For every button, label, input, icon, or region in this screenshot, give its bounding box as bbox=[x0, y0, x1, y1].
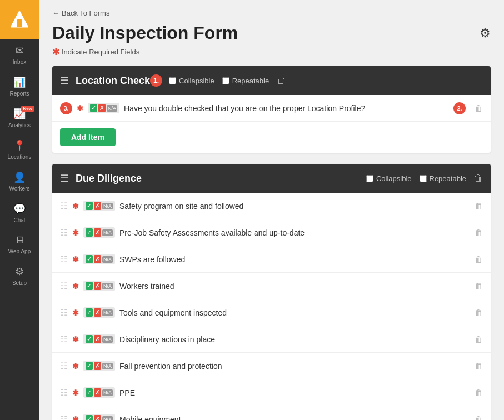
item-text: Disciplinary actions in place bbox=[119, 335, 470, 344]
drag-handle-icon[interactable]: ☷ bbox=[60, 387, 68, 398]
item-delete-icon[interactable]: 🗑 bbox=[475, 228, 483, 237]
svg-rect-1 bbox=[17, 19, 22, 27]
item-text: PPE bbox=[119, 388, 470, 397]
drag-handle-icon[interactable]: ☷ bbox=[60, 201, 68, 211]
x-icon: ✗ bbox=[94, 335, 101, 343]
drag-handle-icon[interactable]: ☷ bbox=[60, 361, 68, 371]
drag-handle-icon[interactable]: ☰ bbox=[60, 172, 69, 184]
item-delete-icon[interactable]: 🗑 bbox=[475, 308, 483, 317]
x-icon: ✗ bbox=[98, 104, 106, 112]
add-item-button[interactable]: Add Item bbox=[60, 128, 116, 146]
inbox-icon: ✉ bbox=[16, 44, 24, 57]
na-icon: N/A bbox=[102, 309, 113, 316]
checkmark-icon: ✓ bbox=[86, 308, 93, 317]
table-row: ☷ ✱ ✓ ✗ N/A SWPs are followed 🗑 bbox=[52, 246, 491, 273]
na-icon: N/A bbox=[102, 363, 113, 369]
sidebar-item-chat[interactable]: 💬 Chat bbox=[0, 197, 39, 229]
na-icon: N/A bbox=[102, 416, 113, 421]
item-type-icons: ✓ ✗ N/A bbox=[83, 334, 115, 344]
item-delete-icon[interactable]: 🗑 bbox=[475, 388, 483, 397]
na-icon: N/A bbox=[102, 389, 113, 396]
repeatable-checkbox-label[interactable]: Repeatable bbox=[222, 77, 270, 85]
section-controls: Collapsible Repeatable 🗑 bbox=[366, 173, 483, 183]
checkmark-icon: ✓ bbox=[86, 335, 93, 343]
settings-icon[interactable]: ⚙ bbox=[480, 26, 491, 41]
section-header-due-diligence: ☰ Due Diligence Collapsible Repeatable 🗑 bbox=[52, 164, 491, 193]
checkmark-icon: ✓ bbox=[90, 104, 97, 112]
repeatable-checkbox[interactable] bbox=[222, 77, 229, 84]
sidebar-item-setup[interactable]: ⚙ Setup bbox=[0, 260, 39, 292]
na-icon: N/A bbox=[102, 203, 113, 209]
required-icon: ✱ bbox=[72, 308, 79, 317]
na-icon: N/A bbox=[102, 229, 113, 236]
item-delete-icon[interactable]: 🗑 bbox=[475, 254, 483, 264]
section-title: Location Check bbox=[76, 75, 150, 87]
item-text: Fall prevention and protection bbox=[119, 362, 470, 371]
app-logo[interactable] bbox=[0, 0, 39, 39]
sidebar-item-locations[interactable]: 📍 Locations bbox=[0, 134, 39, 166]
x-icon: ✗ bbox=[94, 388, 101, 397]
item-delete-icon[interactable]: 🗑 bbox=[475, 334, 483, 344]
repeatable-label-text: Repeatable bbox=[430, 174, 467, 183]
required-icon: ✱ bbox=[72, 282, 79, 291]
item-delete-icon[interactable]: 🗑 bbox=[475, 201, 483, 211]
item-text: Tools and equipment inspected bbox=[119, 308, 470, 317]
repeatable-checkbox-label[interactable]: Repeatable bbox=[420, 174, 467, 183]
x-icon: ✗ bbox=[94, 228, 101, 237]
drag-handle-icon[interactable]: ☷ bbox=[60, 227, 68, 238]
drag-handle-icon[interactable]: ☷ bbox=[60, 414, 68, 420]
collapsible-checkbox[interactable] bbox=[366, 175, 373, 182]
x-icon: ✗ bbox=[94, 362, 101, 370]
table-row: ☷ ✱ ✓ ✗ N/A Safety program on site and f… bbox=[52, 193, 491, 219]
item-text: SWPs are followed bbox=[119, 255, 470, 264]
drag-handle-icon[interactable]: ☷ bbox=[60, 254, 68, 264]
item-delete-icon[interactable]: 🗑 bbox=[475, 103, 483, 113]
item-delete-icon[interactable]: 🗑 bbox=[475, 414, 483, 420]
item-delete-icon[interactable]: 🗑 bbox=[475, 281, 483, 291]
sidebar-item-label: Setup bbox=[12, 280, 27, 286]
section-delete-icon[interactable]: 🗑 bbox=[277, 76, 286, 86]
item-delete-icon[interactable]: 🗑 bbox=[475, 361, 483, 371]
na-icon: N/A bbox=[102, 283, 113, 289]
sidebar-item-analytics[interactable]: 📈 Analytics New bbox=[0, 102, 39, 134]
required-icon: ✱ bbox=[77, 104, 83, 113]
checkmark-icon: ✓ bbox=[86, 282, 93, 290]
required-icon: ✱ bbox=[72, 255, 79, 264]
section-delete-icon[interactable]: 🗑 bbox=[474, 173, 483, 183]
sidebar-item-reports[interactable]: 📊 Reports bbox=[0, 71, 39, 102]
page-title: Daily Inspection Form bbox=[52, 23, 238, 43]
reports-icon: 📊 bbox=[13, 76, 26, 88]
collapsible-checkbox-label[interactable]: Collapsible bbox=[169, 77, 214, 85]
sidebar-item-inbox[interactable]: ✉ Inbox bbox=[0, 39, 39, 71]
back-link[interactable]: ← Back To Forms bbox=[52, 9, 491, 17]
chat-icon: 💬 bbox=[13, 203, 26, 215]
checkmark-icon: ✓ bbox=[86, 255, 93, 263]
drag-handle-icon[interactable]: ☷ bbox=[60, 334, 68, 344]
required-note-text: Indicate Required Fields bbox=[62, 48, 139, 56]
table-row: ☷ ✱ ✓ ✗ N/A Pre-Job Safety Assessments a… bbox=[52, 219, 491, 246]
sidebar-item-workers[interactable]: 👤 Workers bbox=[0, 166, 39, 197]
required-star-icon: ✱ bbox=[52, 47, 59, 57]
checkmark-icon: ✓ bbox=[86, 228, 93, 237]
collapsible-label-text: Collapsible bbox=[179, 77, 214, 85]
drag-handle-icon[interactable]: ☷ bbox=[60, 281, 68, 291]
drag-handle-icon[interactable]: ☷ bbox=[60, 307, 68, 318]
sidebar-item-webapp[interactable]: 🖥 Web App bbox=[0, 229, 39, 260]
required-icon: ✱ bbox=[72, 415, 79, 421]
sidebar-item-label: Inbox bbox=[13, 59, 26, 65]
section-location-check: ☰ Location Check 1. Collapsible Repeatab… bbox=[52, 66, 491, 153]
required-icon: ✱ bbox=[72, 335, 79, 344]
table-row: ☷ ✱ ✓ ✗ N/A Workers trained 🗑 bbox=[52, 273, 491, 299]
drag-handle-icon[interactable]: ☰ bbox=[60, 74, 69, 87]
x-icon: ✗ bbox=[94, 415, 101, 420]
section-title: Due Diligence bbox=[76, 173, 360, 184]
item-text: Safety program on site and followed bbox=[119, 202, 470, 211]
item-type-icons: ✓ ✗ N/A bbox=[83, 307, 115, 318]
section-due-diligence: ☰ Due Diligence Collapsible Repeatable 🗑… bbox=[52, 164, 491, 420]
repeatable-checkbox[interactable] bbox=[420, 175, 427, 182]
table-row: ☷ ✱ ✓ ✗ N/A Mobile equipment 🗑 bbox=[52, 406, 491, 420]
table-row: ☷ ✱ ✓ ✗ N/A Fall prevention and protecti… bbox=[52, 353, 491, 379]
collapsible-checkbox[interactable] bbox=[169, 77, 176, 84]
collapsible-checkbox-label[interactable]: Collapsible bbox=[366, 174, 412, 183]
sidebar-item-label: Web App bbox=[8, 248, 31, 254]
